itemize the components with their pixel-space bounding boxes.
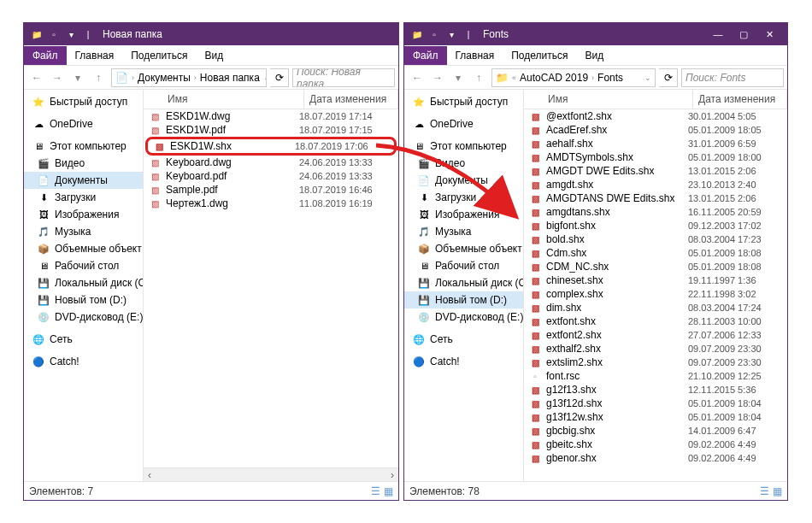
sidebar-item[interactable]: 💿DVD-дисковод (E:): [404, 309, 523, 326]
sidebar-item[interactable]: 🔵Catch!: [24, 353, 143, 370]
minimize-button[interactable]: —: [705, 23, 731, 45]
search-input[interactable]: Поиск: Fonts: [681, 68, 784, 87]
sidebar-item[interactable]: 💿DVD-дисковод (E:): [24, 309, 143, 326]
qat-icon[interactable]: ▫: [427, 26, 442, 42]
sidebar-item[interactable]: 🌐Сеть: [404, 331, 523, 348]
nav-up[interactable]: ↑: [89, 68, 108, 87]
titlebar[interactable]: 📁 ▫ ▾ | Новая папка: [24, 23, 398, 45]
sidebar-item[interactable]: 🖼Изображения: [404, 206, 523, 223]
tab-home[interactable]: Главная: [67, 46, 123, 65]
sidebar-item[interactable]: 💾Новый том (D:): [404, 291, 523, 309]
sidebar-item[interactable]: ⬇Загрузки: [24, 189, 143, 206]
tab-share[interactable]: Поделиться: [122, 46, 196, 65]
nav-dropdown[interactable]: ▾: [449, 68, 468, 87]
file-row[interactable]: ▧gbenor.shx09.02.2006 4:49: [524, 451, 787, 465]
sidebar-item[interactable]: ⭐Быстрый доступ: [24, 93, 143, 110]
nav-up[interactable]: ↑: [469, 68, 488, 87]
file-row[interactable]: ▧Cdm.shx05.01.2009 18:08: [524, 246, 787, 260]
file-row[interactable]: ▧bold.shx08.03.2004 17:23: [524, 232, 787, 246]
scroll-right-icon[interactable]: ›: [386, 469, 398, 481]
sidebar-item[interactable]: 🔵Catch!: [404, 353, 523, 370]
file-row[interactable]: ▧complex.shx22.11.1998 3:02: [524, 287, 787, 301]
file-row[interactable]: ▧g12f13.shx12.11.2015 5:36: [524, 383, 787, 397]
tab-file[interactable]: Файл: [404, 46, 447, 65]
sidebar-item[interactable]: 🖥Этот компьютер: [24, 138, 143, 155]
breadcrumb-item[interactable]: Документы: [138, 72, 191, 84]
file-list[interactable]: ▧ESKD1W.dwg18.07.2019 17:14▧ESKD1W.pdf18…: [144, 109, 398, 467]
qat-icon[interactable]: ▫: [46, 26, 62, 42]
refresh-button[interactable]: ⟳: [270, 68, 289, 87]
tab-view[interactable]: Вид: [576, 46, 612, 65]
file-row[interactable]: ▧ESKD1W.pdf18.07.2019 17:15: [144, 123, 398, 137]
nav-back[interactable]: ←: [27, 68, 46, 87]
search-input[interactable]: Поиск: Новая папка: [292, 68, 395, 87]
file-row[interactable]: ▧g13f12d.shx05.01.2009 18:04: [524, 397, 787, 410]
file-row[interactable]: ▧@extfont2.shx30.01.2004 5:05: [524, 109, 787, 123]
file-row[interactable]: ▧exthalf2.shx09.07.2009 23:30: [524, 342, 787, 356]
horizontal-scrollbar[interactable]: ‹ ›: [144, 467, 398, 481]
tab-file[interactable]: Файл: [24, 46, 67, 65]
col-date[interactable]: Дата изменения: [693, 90, 787, 109]
qat-dropdown-icon[interactable]: ▾: [63, 26, 79, 42]
tab-view[interactable]: Вид: [196, 46, 232, 65]
qat-dropdown-icon[interactable]: ▾: [444, 26, 459, 42]
breadcrumb-item[interactable]: Fonts: [597, 72, 623, 84]
file-row[interactable]: ▧extfont2.shx27.07.2006 12:33: [524, 328, 787, 342]
sidebar-item[interactable]: 📄Документы: [24, 172, 143, 189]
sidebar-item[interactable]: 🌐Сеть: [24, 331, 143, 348]
file-row[interactable]: ▧g13f12w.shx05.01.2009 18:04: [524, 410, 787, 424]
col-name[interactable]: Имя: [144, 90, 304, 109]
file-row[interactable]: ▧ESKD1W.shx18.07.2019 17:06: [145, 137, 397, 156]
nav-dropdown[interactable]: ▾: [68, 68, 87, 87]
file-row[interactable]: ▧AMGDT DWE Edits.shx13.01.2015 2:06: [524, 164, 787, 178]
breadcrumb-item[interactable]: Новая папка: [200, 72, 260, 84]
nav-back[interactable]: ←: [408, 68, 427, 87]
sidebar-item[interactable]: 📦Объемные объект: [404, 240, 523, 257]
file-list[interactable]: ▧@extfont2.shx30.01.2004 5:05▧AcadEref.s…: [524, 109, 787, 481]
nav-forward[interactable]: →: [428, 68, 447, 87]
file-row[interactable]: ▫font.rsc21.10.2009 12:25: [524, 369, 787, 383]
file-row[interactable]: ▧Чертеж1.dwg11.08.2019 16:19: [144, 197, 398, 210]
file-row[interactable]: ▧AcadEref.shx05.01.2009 18:05: [524, 123, 787, 137]
sidebar-item[interactable]: 🎬Видео: [404, 155, 523, 172]
sidebar-item[interactable]: 📦Объемные объект: [24, 240, 143, 257]
maximize-button[interactable]: ▢: [731, 23, 756, 45]
file-row[interactable]: ▧chineset.shx19.11.1997 1:36: [524, 273, 787, 287]
sidebar-item[interactable]: 🖥Рабочий стол: [24, 257, 143, 274]
sidebar-item[interactable]: ⬇Загрузки: [404, 189, 523, 206]
breadcrumb[interactable]: 📄 › Документы › Новая папка ⌄: [111, 68, 267, 87]
view-large-icon[interactable]: ▦: [773, 485, 782, 497]
sidebar-item[interactable]: 🖥Этот компьютер: [404, 138, 523, 155]
file-row[interactable]: ▧amgdtans.shx16.11.2005 20:59: [524, 205, 787, 219]
file-row[interactable]: ▧dim.shx08.03.2004 17:24: [524, 301, 787, 314]
scroll-left-icon[interactable]: ‹: [144, 469, 156, 481]
file-row[interactable]: ▧CDM_NC.shx05.01.2009 18:08: [524, 260, 787, 273]
chevron-down-icon[interactable]: ⌄: [263, 73, 267, 82]
nav-forward[interactable]: →: [48, 68, 67, 87]
close-button[interactable]: ✕: [756, 23, 782, 45]
breadcrumb-item[interactable]: AutoCAD 2019: [520, 72, 588, 84]
tab-share[interactable]: Поделиться: [503, 46, 576, 65]
col-name[interactable]: Имя: [524, 90, 693, 109]
sidebar-item[interactable]: ☁OneDrive: [404, 115, 523, 132]
sidebar-item[interactable]: 🎵Музыка: [404, 223, 523, 240]
sidebar-item[interactable]: ☁OneDrive: [24, 115, 143, 132]
col-date[interactable]: Дата изменения: [304, 90, 398, 109]
sidebar-item[interactable]: 🎬Видео: [24, 155, 143, 172]
view-details-icon[interactable]: ☰: [760, 485, 769, 497]
breadcrumb[interactable]: 📁 « AutoCAD 2019 › Fonts ⌄: [491, 68, 656, 87]
sidebar-item[interactable]: 💾Новый том (D:): [24, 291, 143, 309]
file-row[interactable]: ▧ESKD1W.dwg18.07.2019 17:14: [144, 109, 398, 123]
sidebar-item[interactable]: 🎵Музыка: [24, 223, 143, 240]
view-large-icon[interactable]: ▦: [384, 485, 393, 497]
sidebar-item[interactable]: 📄Документы: [404, 172, 523, 189]
file-row[interactable]: ▧Sample.pdf18.07.2019 16:46: [144, 183, 398, 197]
file-row[interactable]: ▧AMGDTANS DWE Edits.shx13.01.2015 2:06: [524, 191, 787, 205]
file-row[interactable]: ▧Keyboard.dwg24.06.2019 13:33: [144, 156, 398, 169]
tab-home[interactable]: Главная: [447, 46, 503, 65]
file-row[interactable]: ▧extfont.shx28.11.2003 10:00: [524, 314, 787, 328]
file-row[interactable]: ▧extslim2.shx09.07.2009 23:30: [524, 356, 787, 369]
sidebar-item[interactable]: ⭐Быстрый доступ: [404, 93, 523, 110]
chevron-down-icon[interactable]: ⌄: [644, 73, 651, 82]
file-row[interactable]: ▧gbcbig.shx14.01.2009 6:47: [524, 424, 787, 438]
